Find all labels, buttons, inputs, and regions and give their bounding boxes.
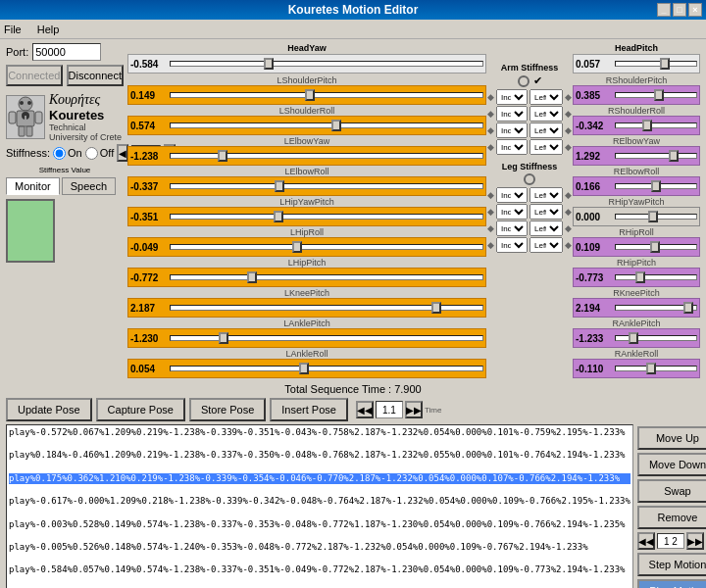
right-slider-thumb-6[interactable] bbox=[635, 271, 645, 283]
left-slider-thumb-2[interactable] bbox=[218, 150, 227, 162]
right-slider-track-8[interactable] bbox=[615, 335, 697, 341]
remove-button[interactable]: Remove bbox=[637, 506, 706, 529]
insert-pose-button[interactable]: Insert Pose bbox=[270, 398, 348, 421]
right-slider-row-7[interactable]: 2.194 bbox=[573, 298, 700, 318]
swap-button[interactable]: Swap bbox=[637, 479, 706, 503]
head-pitch-thumb[interactable] bbox=[660, 58, 670, 70]
menu-file[interactable]: File bbox=[4, 24, 22, 35]
left-slider-track-8[interactable] bbox=[170, 335, 483, 341]
right-slider-row-4[interactable]: 0.000 bbox=[573, 207, 700, 226]
sequence-line-4[interactable]: play%-0.003%0.528%0.149%0.574%-1.238%-0.… bbox=[9, 519, 630, 531]
off-radio[interactable] bbox=[85, 147, 98, 160]
arm-stiffness-circle[interactable] bbox=[518, 75, 530, 87]
sequence-line-2[interactable]: play%0.175%0.362%1.210%0.219%-1.238%-0.3… bbox=[9, 473, 630, 485]
right-slider-track-0[interactable] bbox=[615, 92, 697, 98]
time-input[interactable] bbox=[376, 401, 403, 418]
left-slider-thumb-1[interactable] bbox=[331, 120, 341, 131]
sequence-line-0[interactable]: play%-0.572%0.067%1.209%0.219%-1.238%-0.… bbox=[9, 427, 630, 439]
dir-select-leg-2[interactable]: LeftRight bbox=[530, 220, 563, 236]
head-yaw-track[interactable] bbox=[170, 61, 483, 67]
left-slider-track-5[interactable] bbox=[170, 244, 483, 250]
dir-select-leg-1[interactable]: LeftRight bbox=[530, 204, 563, 220]
on-radio-label[interactable]: On bbox=[53, 147, 82, 160]
right-slider-row-9[interactable]: -0.110 bbox=[573, 359, 700, 378]
right-slider-row-5[interactable]: 0.109 bbox=[573, 237, 700, 257]
ind-select-leg-3[interactable]: Inde bbox=[496, 237, 528, 253]
left-slider-track-3[interactable] bbox=[170, 183, 483, 189]
close-button[interactable]: × bbox=[688, 3, 702, 17]
right-slider-track-5[interactable] bbox=[615, 244, 697, 250]
left-slider-row-5[interactable]: -0.049 bbox=[127, 237, 486, 257]
right-slider-track-9[interactable] bbox=[615, 366, 697, 371]
left-slider-track-4[interactable] bbox=[170, 214, 483, 220]
right-slider-track-4[interactable] bbox=[615, 214, 697, 220]
left-slider-thumb-3[interactable] bbox=[275, 180, 284, 192]
step-motion-button[interactable]: Step Motion bbox=[637, 553, 706, 576]
left-slider-thumb-0[interactable] bbox=[305, 89, 315, 101]
right-slider-track-7[interactable] bbox=[615, 305, 697, 311]
dir-select-arm-1[interactable]: LeftRight bbox=[530, 106, 563, 122]
right-slider-row-3[interactable]: 0.166 bbox=[573, 176, 700, 196]
minimize-button[interactable]: _ bbox=[657, 3, 671, 17]
right-slider-thumb-3[interactable] bbox=[651, 180, 661, 192]
step-decrease-button[interactable]: ◀◀ bbox=[637, 532, 655, 550]
left-slider-thumb-8[interactable] bbox=[219, 332, 228, 344]
right-slider-thumb-7[interactable] bbox=[683, 302, 693, 314]
store-pose-button[interactable]: Store Pose bbox=[189, 398, 266, 421]
window-controls[interactable]: _ □ × bbox=[657, 3, 702, 17]
left-slider-thumb-6[interactable] bbox=[247, 271, 257, 283]
left-slider-track-7[interactable] bbox=[170, 305, 483, 311]
right-slider-row-1[interactable]: -0.342 bbox=[573, 116, 700, 135]
maximize-button[interactable]: □ bbox=[673, 3, 686, 17]
left-slider-row-7[interactable]: 2.187 bbox=[127, 298, 486, 318]
right-slider-row-0[interactable]: 0.385 bbox=[573, 85, 700, 105]
right-slider-thumb-8[interactable] bbox=[629, 332, 638, 344]
ind-select-arm-1[interactable]: Inde bbox=[496, 106, 528, 122]
right-slider-track-6[interactable] bbox=[615, 274, 697, 280]
sequence-line-3[interactable]: play%-0.617%-0.000%1.209%0.218%-1.238%-0… bbox=[9, 496, 630, 508]
ind-select-leg-2[interactable]: Inde bbox=[496, 220, 528, 236]
sequence-line-6[interactable]: play%-0.584%0.057%0.149%0.574%-1.238%-0.… bbox=[9, 564, 630, 576]
ind-select-leg-0[interactable]: Inde bbox=[496, 187, 528, 203]
step-input[interactable] bbox=[657, 533, 684, 549]
port-input[interactable] bbox=[32, 43, 101, 61]
left-slider-thumb-7[interactable] bbox=[431, 302, 441, 314]
update-pose-button[interactable]: Update Pose bbox=[6, 398, 92, 421]
ind-select-leg-1[interactable]: Inde bbox=[496, 204, 528, 220]
left-slider-row-2[interactable]: -1.238 bbox=[127, 146, 486, 166]
left-slider-row-9[interactable]: 0.054 bbox=[127, 359, 486, 378]
left-slider-thumb-4[interactable] bbox=[274, 211, 283, 222]
left-slider-row-3[interactable]: -0.337 bbox=[127, 176, 486, 196]
play-motion-button[interactable]: Play Motion bbox=[637, 579, 706, 588]
capture-pose-button[interactable]: Capture Pose bbox=[96, 398, 185, 421]
sequence-text-area[interactable]: play%-0.572%0.067%1.209%0.219%-1.238%-0.… bbox=[6, 424, 633, 588]
right-slider-thumb-1[interactable] bbox=[642, 120, 652, 131]
right-slider-track-2[interactable] bbox=[615, 153, 697, 159]
left-slider-row-6[interactable]: -0.772 bbox=[127, 268, 486, 287]
sequence-line-1[interactable]: play%0.184%-0.460%1.209%0.219%-1.238%-0.… bbox=[9, 450, 630, 462]
left-slider-track-9[interactable] bbox=[170, 366, 483, 371]
dir-select-leg-3[interactable]: LeftRight bbox=[530, 237, 563, 253]
time-increase-button[interactable]: ▶▶ bbox=[405, 401, 423, 418]
connected-button[interactable]: Connected bbox=[6, 65, 63, 86]
left-slider-row-1[interactable]: 0.574 bbox=[127, 116, 486, 135]
right-slider-track-3[interactable] bbox=[615, 183, 697, 189]
ind-select-arm-3[interactable]: Inde bbox=[496, 139, 528, 155]
dir-select-arm-3[interactable]: LeftRight bbox=[530, 139, 563, 155]
on-radio[interactable] bbox=[53, 147, 66, 160]
ind-select-arm-0[interactable]: Inde bbox=[496, 89, 528, 105]
left-slider-row-4[interactable]: -0.351 bbox=[127, 207, 486, 226]
head-yaw-thumb[interactable] bbox=[264, 58, 274, 70]
right-slider-thumb-9[interactable] bbox=[646, 363, 656, 374]
left-slider-thumb-9[interactable] bbox=[299, 363, 309, 374]
off-radio-label[interactable]: Off bbox=[85, 147, 114, 160]
right-slider-row-2[interactable]: 1.292 bbox=[573, 146, 700, 166]
tab-monitor[interactable]: Monitor bbox=[6, 177, 60, 195]
right-slider-thumb-4[interactable] bbox=[648, 211, 658, 222]
right-slider-row-6[interactable]: -0.773 bbox=[573, 268, 700, 287]
leg-stiffness-circle[interactable] bbox=[524, 173, 535, 185]
time-decrease-button[interactable]: ◀◀ bbox=[356, 401, 374, 418]
right-slider-row-8[interactable]: -1.233 bbox=[573, 328, 700, 348]
move-up-button[interactable]: Move Up bbox=[637, 426, 706, 450]
left-slider-row-0[interactable]: 0.149 bbox=[127, 85, 486, 105]
